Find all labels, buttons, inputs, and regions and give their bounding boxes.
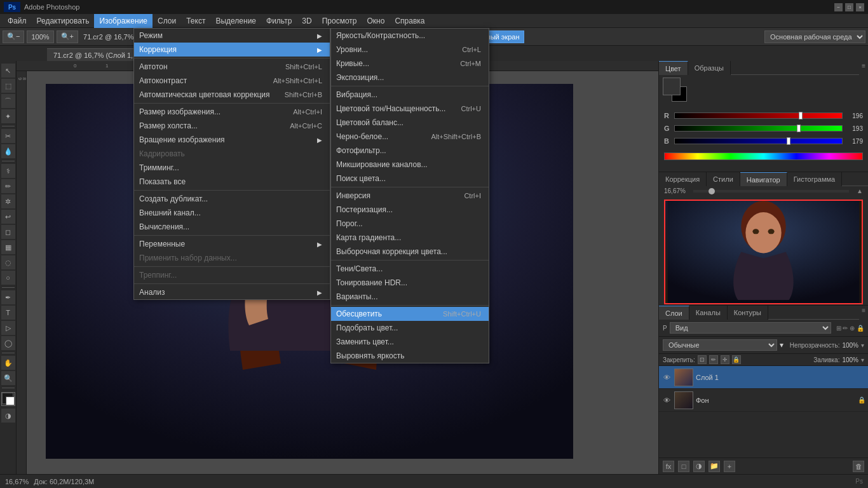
- blue-slider[interactable]: [674, 138, 843, 144]
- add-mask-button[interactable]: □: [678, 461, 689, 472]
- tab-correction[interactable]: Коррекция: [659, 172, 707, 186]
- tool-path-select[interactable]: ▷: [1, 321, 15, 335]
- menu-select[interactable]: Выделение: [210, 14, 261, 28]
- corr-exposure[interactable]: Экспозиция...: [331, 71, 489, 85]
- tab-histogram[interactable]: Гистограмма: [787, 172, 843, 186]
- tool-blur[interactable]: ◌: [1, 255, 15, 269]
- menu-apply-image[interactable]: Внешний канал...: [134, 206, 330, 220]
- tab-swatches[interactable]: Образцы: [688, 61, 731, 75]
- add-style-button[interactable]: fx: [663, 461, 674, 472]
- menu-image-rotation[interactable]: Вращение изображения ▶: [134, 133, 330, 147]
- tool-zoom[interactable]: 🔍: [1, 371, 15, 385]
- layer-row[interactable]: 👁 Слой 1: [659, 366, 868, 389]
- toolbar-zoom-out[interactable]: 🔍−: [3, 30, 24, 43]
- menu-reveal-all[interactable]: Показать все: [134, 175, 330, 189]
- menu-variables[interactable]: Переменные ▶: [134, 237, 330, 251]
- tab-layers[interactable]: Слои: [659, 306, 689, 320]
- tool-gradient[interactable]: ▦: [1, 240, 15, 254]
- minimize-button[interactable]: −: [834, 3, 843, 11]
- tab-paths[interactable]: Контуры: [728, 306, 768, 320]
- menu-file[interactable]: Файл: [3, 14, 32, 28]
- corr-variants[interactable]: Варианты...: [331, 290, 489, 304]
- fill-menu[interactable]: ▾: [861, 356, 864, 363]
- layer-kind-select[interactable]: Вид: [670, 322, 831, 334]
- tool-type[interactable]: T: [1, 306, 15, 320]
- menu-filter[interactable]: Фильтр: [261, 14, 297, 28]
- tool-heal[interactable]: ⚕: [1, 164, 15, 178]
- menu-auto-color[interactable]: Автоматическая цветовая коррекция Shift+…: [134, 88, 330, 102]
- menu-image-size[interactable]: Размер изображения... Alt+Ctrl+I: [134, 105, 330, 119]
- lock-all[interactable]: 🔒: [732, 355, 741, 364]
- spectrum-bar[interactable]: [664, 152, 863, 160]
- tool-marquee[interactable]: ⬚: [1, 79, 15, 93]
- corr-threshold[interactable]: Порог...: [331, 217, 489, 231]
- corr-shadows-highlights[interactable]: Тени/Света...: [331, 262, 489, 276]
- tab-color[interactable]: Цвет: [659, 61, 688, 75]
- add-adjustment-button[interactable]: ◑: [693, 461, 705, 472]
- tool-history-brush[interactable]: ↩: [1, 210, 15, 224]
- menu-3d[interactable]: 3D: [297, 14, 316, 28]
- add-layer-button[interactable]: +: [724, 461, 735, 472]
- menu-image[interactable]: Изображение: [94, 14, 153, 28]
- corr-color-balance[interactable]: Цветовой баланс...: [331, 116, 489, 130]
- corr-posterize[interactable]: Постеризация...: [331, 203, 489, 217]
- corr-selective-color[interactable]: Выборочная коррекция цвета...: [331, 245, 489, 259]
- add-group-button[interactable]: 📁: [709, 461, 720, 472]
- opacity-menu[interactable]: ▾: [861, 342, 864, 349]
- lock-move[interactable]: ✛: [721, 355, 729, 364]
- toolbar-zoom-100[interactable]: 100%: [27, 30, 53, 43]
- red-slider[interactable]: [674, 112, 843, 119]
- menu-autocontrast[interactable]: Автоконтраст Alt+Shift+Ctrl+L: [134, 74, 330, 88]
- delete-layer-button[interactable]: 🗑: [853, 461, 864, 472]
- layer-visibility-toggle[interactable]: 👁: [661, 372, 672, 383]
- layer-visibility-toggle[interactable]: 👁: [661, 395, 672, 405]
- red-thumb[interactable]: [799, 112, 803, 119]
- tool-lasso[interactable]: ⌒: [1, 94, 15, 108]
- corr-gradient-map[interactable]: Карта градиента...: [331, 231, 489, 245]
- tool-dodge[interactable]: ○: [1, 271, 15, 285]
- menu-duplicate[interactable]: Создать дубликат...: [134, 192, 330, 206]
- corr-hdr-toning[interactable]: Тонирование HDR...: [331, 276, 489, 290]
- lock-position[interactable]: ✏: [709, 355, 718, 364]
- corr-desaturate[interactable]: Обесцветить Shift+Ctrl+U: [331, 307, 489, 321]
- tool-mode[interactable]: ◑: [1, 409, 15, 423]
- window-controls[interactable]: − □ ×: [834, 3, 864, 11]
- menu-analysis[interactable]: Анализ ▶: [134, 285, 330, 299]
- nav-preview[interactable]: [664, 200, 863, 304]
- corr-curves[interactable]: Кривые... Ctrl+M: [331, 57, 489, 71]
- blend-mode-select[interactable]: Обычные: [663, 339, 777, 351]
- corr-brightness[interactable]: Яркость/Контрастность...: [331, 29, 489, 43]
- layers-panel-menu[interactable]: ≡: [859, 306, 868, 320]
- menu-trim[interactable]: Тримминг...: [134, 161, 330, 175]
- tool-clone[interactable]: ✲: [1, 194, 15, 208]
- tab-channels[interactable]: Каналы: [689, 306, 728, 320]
- menu-layers[interactable]: Слои: [153, 14, 181, 28]
- tool-brush[interactable]: ✏: [1, 179, 15, 193]
- tool-pen[interactable]: ✒: [1, 290, 15, 304]
- corr-invert[interactable]: Инверсия Ctrl+I: [331, 189, 489, 203]
- workspace-select[interactable]: Основная рабочая среда: [764, 30, 865, 43]
- menu-autotone[interactable]: Автотон Shift+Ctrl+L: [134, 60, 330, 74]
- close-button[interactable]: ×: [856, 3, 864, 11]
- menu-canvas-size[interactable]: Размер холста... Alt+Ctrl+C: [134, 119, 330, 133]
- layer-row[interactable]: 👁 Фон 🔒: [659, 389, 868, 412]
- corr-equalize[interactable]: Выровнять яркость: [331, 349, 489, 363]
- tool-move[interactable]: ↖: [1, 64, 15, 78]
- color-panel-menu[interactable]: ≡: [859, 61, 868, 75]
- corr-black-white[interactable]: Черно-белое... Alt+Shift+Ctrl+B: [331, 130, 489, 144]
- menu-correction[interactable]: Коррекция ▶: [134, 43, 330, 57]
- menu-view[interactable]: Просмотр: [317, 14, 362, 28]
- corr-channel-mixer[interactable]: Микширование каналов...: [331, 158, 489, 172]
- menu-mode[interactable]: Режим ▶: [134, 29, 330, 43]
- corr-photo-filter[interactable]: Фотофильтр...: [331, 144, 489, 158]
- blue-thumb[interactable]: [787, 137, 790, 145]
- tab-navigator[interactable]: Навигатор: [740, 172, 787, 186]
- corr-levels[interactable]: Уровни... Ctrl+L: [331, 43, 489, 57]
- tool-magic-wand[interactable]: ✦: [1, 109, 15, 123]
- corr-color-lookup[interactable]: Поиск цвета...: [331, 172, 489, 186]
- tab-styles[interactable]: Стили: [707, 172, 740, 186]
- menu-edit[interactable]: Редактировать: [32, 14, 95, 28]
- tool-hand[interactable]: ✋: [1, 356, 15, 370]
- tool-shape[interactable]: ◯: [1, 336, 15, 350]
- nav-zoom-thumb[interactable]: [709, 188, 715, 194]
